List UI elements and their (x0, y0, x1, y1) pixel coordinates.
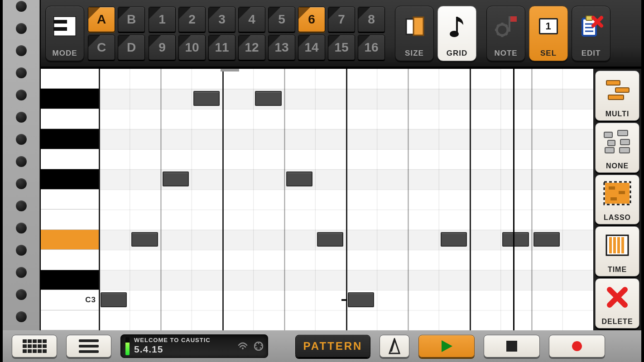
svg-rect-27 (608, 95, 624, 100)
machine-dot[interactable] (16, 267, 27, 278)
sequencer-grid-button[interactable] (12, 335, 57, 357)
bank-8[interactable]: 8 (358, 7, 385, 32)
piano-keys[interactable]: C3 (41, 69, 99, 330)
bank-11[interactable]: 11 (208, 35, 235, 60)
bank-7[interactable]: 7 (328, 7, 355, 32)
mode-button[interactable]: MODE (45, 6, 84, 61)
piano-key[interactable] (41, 109, 99, 129)
bank-C[interactable]: C (88, 35, 115, 60)
machine-dot[interactable] (16, 178, 27, 189)
svg-rect-38 (610, 197, 617, 200)
row-shade (99, 129, 593, 149)
piano-key[interactable] (41, 250, 99, 270)
bank-letters: A C B D (88, 7, 145, 60)
svg-rect-37 (619, 191, 625, 194)
machine-dot[interactable] (16, 245, 27, 256)
grid-button[interactable]: GRID (437, 6, 476, 61)
svg-rect-5 (456, 17, 458, 33)
record-button[interactable] (549, 335, 605, 357)
machine-dot[interactable] (16, 112, 27, 123)
machine-dot[interactable] (16, 45, 27, 56)
note-block[interactable] (286, 171, 312, 186)
bank-D[interactable]: D (118, 35, 145, 60)
piano-key[interactable] (41, 210, 99, 229)
machine-dot[interactable] (16, 289, 27, 300)
bank-10[interactable]: 10 (178, 35, 206, 60)
bank-2[interactable]: 2 (178, 7, 206, 32)
bank-3[interactable]: 3 (208, 7, 235, 32)
delete-tool[interactable]: DELETE (595, 278, 639, 329)
metronome-button[interactable] (380, 335, 409, 357)
note-block[interactable] (502, 232, 529, 247)
piano-key[interactable] (41, 129, 99, 149)
note-block[interactable] (255, 91, 281, 105)
svg-rect-61 (43, 349, 47, 353)
bank-4[interactable]: 4 (238, 7, 265, 32)
machine-dot[interactable] (16, 311, 27, 322)
bank-6[interactable]: 6 (298, 7, 325, 32)
machine-dot[interactable] (16, 23, 27, 34)
menu-button[interactable] (66, 335, 111, 357)
right-tools: MULTI NONE LASSO (593, 69, 641, 330)
pattern-mode-button[interactable]: PATTERN (295, 335, 370, 357)
note-block[interactable] (163, 171, 189, 186)
machine-dot[interactable] (16, 1, 27, 12)
note-block[interactable] (101, 292, 127, 307)
svg-rect-43 (621, 237, 624, 253)
bank-5[interactable]: 5 (268, 7, 295, 32)
bank-A[interactable]: A (88, 7, 115, 32)
piano-key[interactable] (41, 230, 99, 250)
bank-15[interactable]: 15 (328, 35, 355, 60)
piano-key[interactable]: C3 (41, 290, 99, 310)
none-icon (596, 123, 639, 160)
bank-12[interactable]: 12 (238, 35, 265, 60)
stop-button[interactable] (484, 335, 540, 357)
machine-dot[interactable] (16, 200, 27, 211)
lasso-label: LASSO (604, 214, 631, 222)
bank-9[interactable]: 9 (149, 35, 176, 60)
machine-dot[interactable] (16, 67, 27, 78)
piano-key[interactable] (41, 149, 99, 169)
machine-dot[interactable] (16, 223, 27, 233)
bank-14[interactable]: 14 (298, 35, 325, 60)
machine-selector-rail (3, 0, 40, 330)
note-block[interactable] (317, 232, 343, 247)
svg-rect-42 (617, 237, 620, 253)
machine-dot[interactable] (16, 134, 27, 145)
bank-B[interactable]: B (118, 7, 145, 32)
none-tool[interactable]: NONE (595, 123, 639, 173)
bank-1[interactable]: 1 (149, 7, 176, 32)
note-block[interactable] (131, 232, 158, 247)
piano-key[interactable] (41, 69, 99, 89)
piano-key[interactable] (41, 270, 99, 290)
note-block[interactable] (441, 232, 467, 247)
machine-dot[interactable] (16, 90, 27, 100)
edit-label: EDIT (582, 49, 601, 58)
svg-rect-26 (615, 88, 629, 92)
bank-13[interactable]: 13 (268, 35, 295, 60)
note-button[interactable]: NOTE (486, 6, 525, 61)
sel-button[interactable]: 1 SEL (529, 6, 568, 61)
horizontal-scroll-thumb[interactable] (221, 69, 239, 71)
note-grid[interactable] (99, 69, 593, 330)
machine-dot[interactable] (16, 156, 27, 167)
edit-button[interactable]: EDIT (572, 6, 610, 61)
svg-rect-63 (79, 345, 99, 348)
note-block[interactable] (348, 292, 374, 307)
note-block[interactable] (533, 232, 560, 247)
piano-key[interactable] (41, 169, 99, 189)
piano-key[interactable] (41, 89, 99, 109)
bank-16[interactable]: 16 (358, 35, 385, 60)
piano-key[interactable] (41, 310, 99, 330)
time-tool[interactable]: TIME (595, 226, 639, 276)
note-block[interactable] (193, 91, 220, 105)
sel-label: SEL (540, 49, 557, 58)
wifi-icon (238, 342, 248, 350)
piano-key[interactable] (41, 190, 99, 210)
multi-tool[interactable]: MULTI (595, 71, 639, 121)
lasso-tool[interactable]: LASSO (595, 175, 639, 225)
play-button[interactable] (418, 335, 475, 357)
svg-rect-1 (53, 20, 67, 24)
info-display[interactable]: WELCOME TO CAUSTIC 5.4.15 (120, 334, 268, 358)
size-button[interactable]: SIZE (395, 6, 434, 61)
